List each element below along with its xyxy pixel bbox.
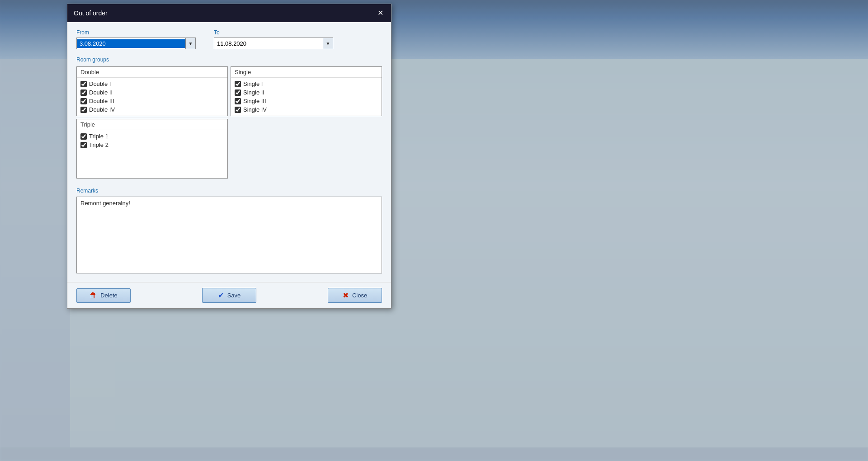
to-dropdown-arrow[interactable]: ▼: [323, 38, 333, 49]
to-label: To: [214, 29, 333, 36]
remarks-label: Remarks: [76, 188, 382, 194]
close-icon: ✖: [343, 291, 349, 300]
close-label: Close: [352, 292, 367, 299]
from-date-input[interactable]: [77, 39, 185, 48]
dialog-close-button[interactable]: ✕: [376, 9, 385, 18]
checkbox-double-i-input[interactable]: [80, 81, 87, 87]
double-group-header: Double: [77, 67, 227, 78]
checkbox-single-iii-input[interactable]: [235, 98, 241, 104]
save-label: Save: [227, 292, 241, 299]
from-dropdown-arrow[interactable]: ▼: [185, 38, 195, 49]
triple-group-items: Triple 1 Triple 2: [77, 130, 227, 178]
triple-group-header: Triple: [77, 119, 227, 130]
from-label: From: [76, 29, 196, 36]
checkbox-single-i-input[interactable]: [235, 81, 241, 87]
dialog-footer: 🗑 Delete ✔ Save ✖ Close: [67, 282, 391, 308]
checkbox-single-iv-input[interactable]: [235, 107, 241, 113]
empty-cell: [231, 119, 382, 179]
date-row: From ▼ To ▼: [76, 29, 382, 49]
close-button[interactable]: ✖ Close: [328, 288, 382, 303]
remarks-textarea[interactable]: Remont generalny!: [76, 197, 382, 273]
checkbox-double-ii[interactable]: Double II: [80, 88, 224, 97]
room-groups-row2: Triple Triple 1 Triple 2: [76, 119, 382, 179]
checkbox-double-ii-input[interactable]: [80, 89, 87, 96]
save-icon: ✔: [218, 291, 224, 300]
delete-label: Delete: [100, 292, 118, 299]
checkbox-triple-1-input[interactable]: [80, 133, 87, 140]
out-of-order-dialog: Out of order ✕ From ▼ To ▼ Room group: [67, 4, 392, 309]
checkbox-single-ii-input[interactable]: [235, 89, 241, 96]
from-field: From ▼: [76, 29, 196, 49]
checkbox-triple-1[interactable]: Triple 1: [80, 132, 224, 141]
triple-group-box: Triple Triple 1 Triple 2: [76, 119, 228, 179]
delete-button[interactable]: 🗑 Delete: [76, 288, 131, 303]
to-input-wrapper: ▼: [214, 38, 333, 49]
checkbox-single-iii[interactable]: Single III: [235, 97, 378, 105]
delete-icon: 🗑: [90, 292, 97, 300]
dialog-titlebar: Out of order ✕: [67, 4, 391, 22]
single-group-header: Single: [231, 67, 382, 78]
double-group-box: Double Double I Double II Double III: [76, 66, 228, 116]
save-button[interactable]: ✔ Save: [202, 288, 256, 303]
checkbox-double-iv-input[interactable]: [80, 107, 87, 113]
dialog-title: Out of order: [74, 9, 108, 17]
checkbox-double-iv[interactable]: Double IV: [80, 105, 224, 114]
checkbox-double-iii-input[interactable]: [80, 98, 87, 104]
room-groups-label: Room groups: [76, 56, 382, 63]
checkbox-double-i[interactable]: Double I: [80, 80, 224, 88]
from-input-wrapper: ▼: [76, 38, 196, 49]
checkbox-double-iii[interactable]: Double III: [80, 97, 224, 105]
room-groups-grid: Double Double I Double II Double III: [76, 66, 382, 116]
checkbox-triple-2-input[interactable]: [80, 142, 87, 148]
checkbox-single-ii[interactable]: Single II: [235, 88, 378, 97]
dialog-body: From ▼ To ▼ Room groups Double: [67, 22, 391, 282]
checkbox-triple-2[interactable]: Triple 2: [80, 141, 224, 149]
single-group-box: Single Single I Single II Single III: [231, 66, 382, 116]
to-field: To ▼: [214, 29, 333, 49]
to-date-input[interactable]: [214, 39, 323, 48]
single-group-items: Single I Single II Single III Single IV: [231, 78, 382, 116]
checkbox-single-i[interactable]: Single I: [235, 80, 378, 88]
checkbox-single-iv[interactable]: Single IV: [235, 105, 378, 114]
double-group-items: Double I Double II Double III Double IV: [77, 78, 227, 116]
